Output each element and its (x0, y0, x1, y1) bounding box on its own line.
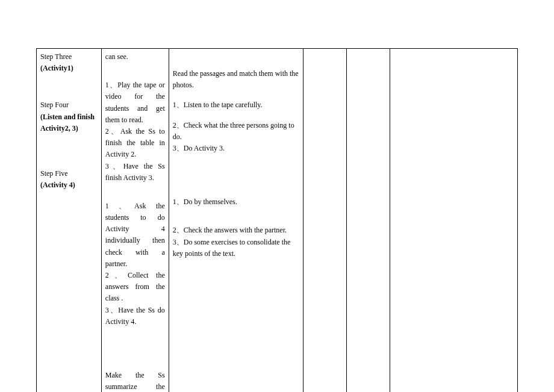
teacher-b3: 3、Have the Ss do Activity 4. (105, 305, 165, 328)
step-five-activity: (Activity 4) (40, 179, 98, 191)
teacher-a2: 2、Ask the Ss to finish the table in Acti… (105, 126, 165, 161)
teacher-summary: Make the Ss summarize the language point… (105, 370, 165, 392)
table-row: Step Three (Activity1) Step Four (Listen… (37, 49, 518, 393)
can-see-text: can see. (105, 51, 165, 63)
empty-cell-3 (390, 49, 518, 393)
student-activity-cell: Read the passages and match them with th… (169, 49, 303, 393)
step-four-activity-2: Activity2, 3) (40, 123, 98, 134)
student-c1: 1、Listen to the tape carefully. (173, 99, 300, 111)
student-d1: 1、Do by themselves. (173, 196, 300, 208)
teacher-a3: 3、Have the Ss finish Activity 3. (105, 161, 165, 184)
empty-cell-2 (347, 49, 390, 393)
teacher-b2: 2、Collect the answers from the class . (105, 270, 165, 305)
student-c3: 3、Do Activity 3. (173, 143, 300, 154)
step-four-activity-1: (Listen and finish (40, 111, 98, 123)
steps-cell: Step Three (Activity1) Step Four (Listen… (37, 49, 102, 393)
student-c2: 2、Check what the three persons going to … (173, 120, 300, 143)
teacher-b1: 1 、Ask the students to do Activity 4 ind… (105, 201, 165, 270)
step-five-label: Step Five (40, 168, 98, 179)
lesson-plan-table: Step Three (Activity1) Step Four (Listen… (36, 48, 518, 392)
student-d2: 2、Check the answers with the partner. (173, 225, 300, 236)
step-three-activity: (Activity1) (40, 63, 98, 74)
student-d3: 3、Do some exercises to consolidate the k… (173, 237, 300, 260)
teacher-a1: 1、Play the tape or video for the student… (105, 79, 165, 126)
empty-cell-1 (303, 49, 347, 393)
step-three-label: Step Three (40, 51, 98, 63)
student-read-passage: Read the passages and match them with th… (173, 68, 300, 91)
teacher-activity-cell: can see. 1、Play the tape or video for th… (101, 49, 169, 393)
step-four-label: Step Four (40, 99, 98, 111)
